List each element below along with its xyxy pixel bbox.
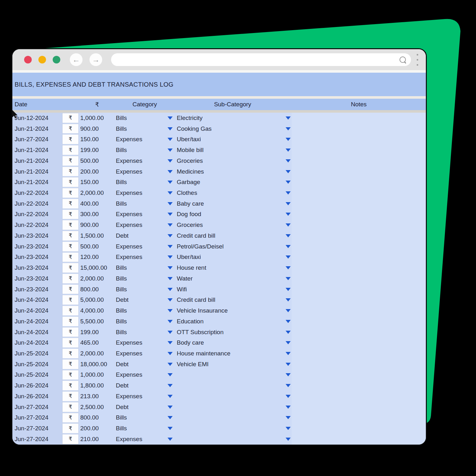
category-cell[interactable]: Expenses bbox=[116, 393, 167, 400]
amount-cell[interactable]: 213.00 bbox=[78, 393, 116, 400]
subcategory-dropdown[interactable] bbox=[285, 416, 292, 419]
category-cell[interactable]: Expenses bbox=[116, 211, 167, 218]
currency-cell[interactable]: ₹ bbox=[63, 306, 78, 315]
subcategory-cell[interactable]: Uber/taxi bbox=[174, 254, 285, 261]
notes-cell[interactable] bbox=[292, 155, 426, 166]
category-cell[interactable]: Debt bbox=[116, 382, 167, 389]
browser-menu-button[interactable] bbox=[417, 54, 418, 66]
subcategory-dropdown[interactable] bbox=[285, 331, 292, 334]
currency-cell[interactable]: ₹ bbox=[63, 156, 78, 166]
subcategory-dropdown[interactable] bbox=[285, 191, 292, 195]
date-cell[interactable]: Jun-21-2024 bbox=[12, 179, 63, 186]
category-dropdown[interactable] bbox=[167, 438, 174, 441]
category-dropdown[interactable] bbox=[167, 127, 174, 130]
category-dropdown[interactable] bbox=[167, 266, 174, 269]
category-dropdown[interactable] bbox=[167, 223, 174, 227]
notes-cell[interactable] bbox=[292, 273, 426, 284]
notes-cell[interactable] bbox=[292, 113, 426, 123]
amount-cell[interactable]: 200.00 bbox=[78, 168, 116, 175]
category-dropdown[interactable] bbox=[167, 170, 174, 173]
amount-cell[interactable]: 120.00 bbox=[78, 254, 116, 261]
date-cell[interactable]: Jun-27-2024 bbox=[12, 425, 63, 432]
category-dropdown[interactable] bbox=[167, 427, 174, 430]
currency-cell[interactable]: ₹ bbox=[63, 188, 78, 198]
amount-cell[interactable]: 199.00 bbox=[78, 329, 116, 336]
notes-cell[interactable] bbox=[292, 423, 426, 434]
currency-cell[interactable]: ₹ bbox=[63, 167, 78, 176]
subcategory-cell[interactable]: Garbage bbox=[174, 179, 285, 186]
notes-cell[interactable] bbox=[292, 316, 426, 327]
notes-cell[interactable] bbox=[292, 402, 426, 413]
subcategory-dropdown[interactable] bbox=[285, 438, 292, 441]
currency-cell[interactable]: ₹ bbox=[63, 253, 78, 262]
subcategory-dropdown[interactable] bbox=[285, 234, 292, 237]
date-cell[interactable]: Jun-22-2024 bbox=[12, 189, 63, 196]
date-cell[interactable]: Jun-23-2024 bbox=[12, 275, 63, 282]
category-cell[interactable]: Bills bbox=[116, 307, 167, 314]
currency-cell[interactable]: ₹ bbox=[63, 360, 78, 369]
subcategory-dropdown[interactable] bbox=[285, 341, 292, 344]
subcategory-dropdown[interactable] bbox=[285, 202, 292, 205]
currency-cell[interactable]: ₹ bbox=[63, 349, 78, 358]
subcategory-dropdown[interactable] bbox=[285, 116, 292, 120]
date-cell[interactable]: Jun-27-2024 bbox=[12, 404, 63, 411]
date-cell[interactable]: Jun-23-2024 bbox=[12, 264, 63, 271]
amount-cell[interactable]: 150.00 bbox=[78, 179, 116, 186]
amount-cell[interactable]: 800.00 bbox=[78, 414, 116, 421]
notes-cell[interactable] bbox=[292, 188, 426, 198]
notes-cell[interactable] bbox=[292, 337, 426, 348]
subcategory-cell[interactable]: Dog food bbox=[174, 211, 285, 218]
notes-cell[interactable] bbox=[292, 198, 426, 209]
currency-cell[interactable]: ₹ bbox=[63, 263, 78, 273]
category-cell[interactable]: Bills bbox=[116, 275, 167, 282]
currency-cell[interactable]: ₹ bbox=[63, 402, 78, 412]
subcategory-dropdown[interactable] bbox=[285, 266, 292, 269]
notes-cell[interactable] bbox=[292, 252, 426, 263]
currency-cell[interactable]: ₹ bbox=[63, 413, 78, 423]
subcategory-dropdown[interactable] bbox=[285, 320, 292, 323]
category-dropdown[interactable] bbox=[167, 202, 174, 205]
date-cell[interactable]: Jun-22-2024 bbox=[12, 200, 63, 207]
category-dropdown[interactable] bbox=[167, 416, 174, 419]
date-cell[interactable]: Jun-25-2024 bbox=[12, 350, 63, 357]
subcategory-cell[interactable]: House rent bbox=[174, 264, 285, 271]
amount-cell[interactable]: 400.00 bbox=[78, 200, 116, 207]
category-dropdown[interactable] bbox=[167, 255, 174, 259]
category-dropdown[interactable] bbox=[167, 213, 174, 216]
notes-cell[interactable] bbox=[292, 166, 426, 177]
category-cell[interactable]: Bills bbox=[116, 329, 167, 336]
category-dropdown[interactable] bbox=[167, 363, 174, 366]
notes-cell[interactable] bbox=[292, 230, 426, 241]
forward-button[interactable]: → bbox=[89, 53, 102, 66]
amount-cell[interactable]: 300.00 bbox=[78, 211, 116, 218]
amount-cell[interactable]: 18,000.00 bbox=[78, 361, 116, 368]
subcategory-dropdown[interactable] bbox=[285, 181, 292, 184]
category-cell[interactable]: Expenses bbox=[116, 243, 167, 250]
subcategory-cell[interactable]: Petrol/Gas/Deisel bbox=[174, 243, 285, 250]
category-dropdown[interactable] bbox=[167, 234, 174, 237]
currency-cell[interactable]: ₹ bbox=[63, 274, 78, 283]
currency-cell[interactable]: ₹ bbox=[63, 113, 78, 123]
notes-cell[interactable] bbox=[292, 348, 426, 359]
category-cell[interactable]: Bills bbox=[116, 264, 167, 271]
amount-cell[interactable]: 900.00 bbox=[78, 125, 116, 132]
date-cell[interactable]: Jun-21-2024 bbox=[12, 125, 63, 132]
subcategory-cell[interactable]: Medicines bbox=[174, 168, 285, 175]
notes-cell[interactable] bbox=[292, 434, 426, 445]
subcategory-dropdown[interactable] bbox=[285, 363, 292, 366]
subcategory-dropdown[interactable] bbox=[285, 309, 292, 312]
category-cell[interactable]: Expenses bbox=[116, 436, 167, 443]
subcategory-cell[interactable]: Credit card bill bbox=[174, 296, 285, 303]
subcategory-cell[interactable]: House maintenance bbox=[174, 350, 285, 357]
subcategory-dropdown[interactable] bbox=[285, 384, 292, 387]
amount-cell[interactable]: 4,000.00 bbox=[78, 307, 116, 314]
notes-cell[interactable] bbox=[292, 220, 426, 230]
notes-cell[interactable] bbox=[292, 177, 426, 188]
category-dropdown[interactable] bbox=[167, 159, 174, 162]
category-cell[interactable]: Bills bbox=[116, 200, 167, 207]
currency-cell[interactable]: ₹ bbox=[63, 210, 78, 219]
date-cell[interactable]: Jun-21-2024 bbox=[12, 147, 63, 154]
currency-cell[interactable]: ₹ bbox=[63, 295, 78, 305]
category-dropdown[interactable] bbox=[167, 298, 174, 301]
category-dropdown[interactable] bbox=[167, 277, 174, 280]
